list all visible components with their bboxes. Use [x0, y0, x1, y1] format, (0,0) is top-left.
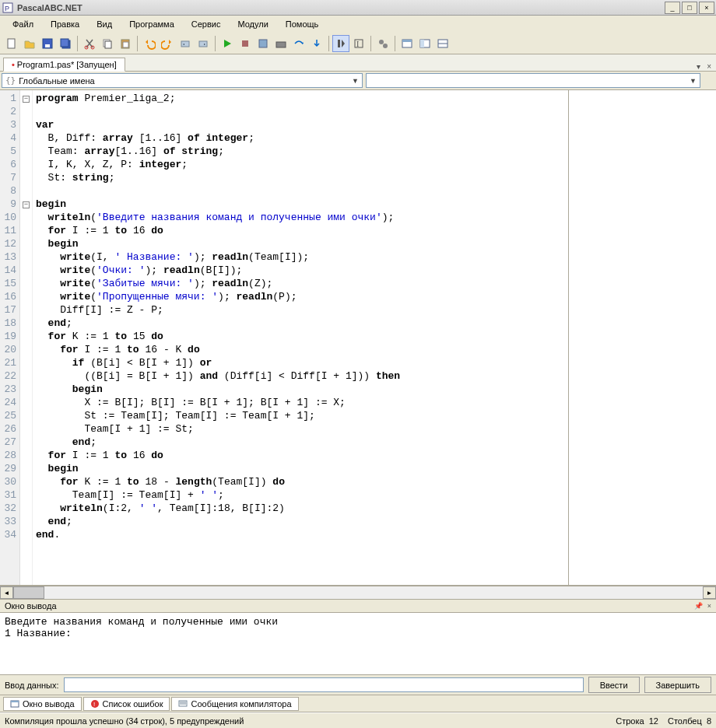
svg-text:!: !	[93, 701, 95, 708]
tab-error-list[interactable]: ! Список ошибок	[83, 697, 170, 711]
svg-rect-26	[420, 40, 424, 47]
status-column: Столбец 8	[668, 716, 711, 726]
output-panel-header: Окно вывода 📌 ×	[0, 599, 716, 613]
svg-text:I: I	[356, 40, 359, 48]
namespace-combo[interactable]: {} Глобальные имена ▼	[2, 73, 363, 88]
horizontal-scrollbar[interactable]: ◄ ►	[0, 586, 716, 599]
svg-rect-16	[259, 40, 267, 47]
window-1-icon[interactable]	[398, 35, 416, 52]
svg-rect-10	[105, 41, 111, 48]
output-text: Введите названия команд и полученные ими…	[0, 613, 716, 675]
status-line: Строка 12	[616, 716, 658, 726]
toggle-2-icon[interactable]: I	[350, 35, 367, 52]
svg-rect-24	[402, 40, 412, 42]
nav-forward-icon[interactable]	[195, 35, 212, 52]
redo-icon[interactable]	[159, 35, 176, 52]
document-tab-bar: •Program1.pas* [Запущен] ▾ ×	[0, 54, 716, 72]
error-icon: !	[90, 699, 100, 709]
tab-output-window[interactable]: Окно вывода	[3, 697, 82, 711]
svg-rect-18	[338, 40, 340, 47]
menu-help[interactable]: Помощь	[278, 17, 327, 31]
window-title: PascalABC.NET	[17, 3, 665, 12]
tab-compiler-messages[interactable]: Сообщения компилятора	[171, 697, 298, 711]
window-3-icon[interactable]	[434, 35, 451, 52]
step-over-icon[interactable]	[290, 35, 307, 52]
minimize-button[interactable]: _	[665, 2, 680, 14]
menu-edit[interactable]: Правка	[43, 17, 87, 31]
title-bar: P PascalABC.NET _ □ ×	[0, 0, 716, 16]
copy-icon[interactable]	[99, 35, 116, 52]
scroll-right-icon[interactable]: ►	[703, 586, 716, 599]
editor-area: 1234567891011121314151617181920212223242…	[0, 90, 716, 586]
scrollbar-thumb[interactable]	[13, 586, 44, 599]
toggle-1-icon[interactable]	[332, 35, 349, 52]
chevron-down-icon: ▼	[690, 77, 697, 85]
panel-close-icon[interactable]: ×	[707, 602, 711, 610]
menu-service[interactable]: Сервис	[184, 17, 229, 31]
svg-point-21	[379, 40, 384, 44]
finish-button[interactable]: Завершить	[644, 677, 711, 693]
navigation-bar: {} Глобальные имена ▼ ▼	[0, 72, 716, 90]
cut-icon[interactable]	[81, 35, 98, 52]
new-file-icon[interactable]	[3, 35, 20, 52]
scroll-left-icon[interactable]: ◄	[0, 586, 13, 599]
input-bar: Ввод данных: Ввести Завершить	[0, 675, 716, 695]
app-icon: P	[2, 2, 14, 14]
svg-rect-2	[8, 39, 15, 48]
svg-point-22	[383, 44, 388, 48]
svg-rect-4	[45, 44, 50, 47]
build-icon[interactable]	[272, 35, 290, 52]
step-into-icon[interactable]	[308, 35, 325, 52]
svg-rect-13	[181, 41, 189, 47]
stdin-input[interactable]	[64, 677, 584, 692]
svg-rect-15	[242, 40, 248, 47]
svg-rect-14	[199, 41, 207, 47]
window-2-icon[interactable]	[416, 35, 433, 52]
tab-program1[interactable]: •Program1.pas* [Запущен]	[3, 58, 125, 72]
output-icon	[10, 699, 19, 709]
stop-icon[interactable]	[237, 35, 254, 52]
compile-icon[interactable]	[254, 35, 272, 52]
save-all-icon[interactable]	[57, 35, 74, 52]
open-file-icon[interactable]	[21, 35, 38, 52]
code-editor[interactable]: program Premier_liga_2; var B, Diff: arr…	[33, 90, 568, 585]
editor-side-panel	[568, 90, 716, 585]
tab-close-icon[interactable]: ×	[705, 62, 713, 71]
line-number-gutter: 1234567891011121314151617181920212223242…	[0, 90, 20, 585]
output-panel-title: Окно вывода	[5, 601, 57, 611]
tab-modified-dot-icon: •	[12, 60, 15, 69]
paste-icon[interactable]	[117, 35, 134, 52]
menu-bar: Файл Правка Вид Программа Сервис Модули …	[0, 16, 716, 33]
messages-icon	[178, 699, 188, 709]
braces-icon: {}	[5, 75, 16, 86]
bottom-tabs: Окно вывода ! Список ошибок Сообщения ко…	[0, 695, 716, 712]
enter-button[interactable]: Ввести	[588, 677, 640, 693]
pin-icon[interactable]: 📌	[694, 602, 703, 610]
svg-rect-6	[61, 39, 68, 47]
menu-modules[interactable]: Модули	[230, 17, 276, 31]
status-bar: Компиляция прошла успешно (34 строк), 5 …	[0, 712, 716, 728]
gears-icon[interactable]	[374, 35, 391, 52]
menu-file[interactable]: Файл	[5, 17, 41, 31]
svg-text:P: P	[5, 5, 9, 12]
svg-rect-17	[276, 42, 286, 47]
save-icon[interactable]	[39, 35, 56, 52]
maximize-button[interactable]: □	[682, 2, 697, 14]
input-label: Ввод данных:	[5, 681, 59, 690]
undo-icon[interactable]	[141, 35, 158, 52]
chevron-down-icon: ▼	[352, 77, 359, 85]
svg-rect-12	[123, 42, 128, 47]
run-icon[interactable]	[219, 35, 236, 52]
nav-back-icon[interactable]	[177, 35, 194, 52]
menu-view[interactable]: Вид	[89, 17, 120, 31]
close-button[interactable]: ×	[699, 2, 714, 14]
namespace-label: Глобальные имена	[19, 76, 95, 86]
tab-label: Program1.pas* [Запущен]	[17, 60, 117, 69]
tab-dropdown-icon[interactable]: ▾	[695, 62, 702, 71]
svg-rect-30	[11, 701, 19, 702]
toolbar: I	[0, 33, 716, 54]
menu-program[interactable]: Программа	[121, 17, 182, 31]
fold-column: −−	[20, 90, 33, 585]
status-message: Компиляция прошла успешно (34 строк), 5 …	[5, 716, 244, 726]
member-combo[interactable]: ▼	[366, 73, 700, 88]
